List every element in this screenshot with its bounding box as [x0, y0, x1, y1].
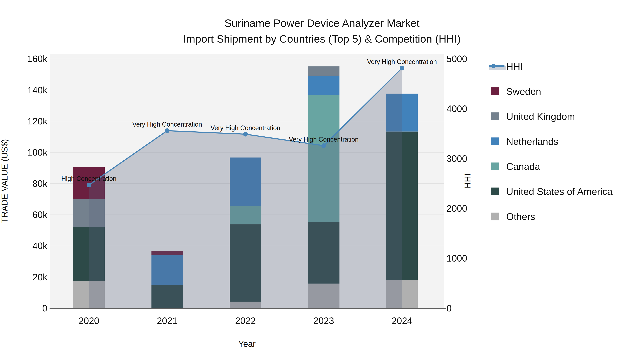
legend-hhi-marker-swatch — [492, 64, 496, 68]
legend-swatch-sweden — [491, 87, 499, 95]
legend-item-others: Others — [491, 211, 535, 222]
annotation-2024: Very High Concentration — [367, 58, 437, 65]
y-right-tick-2000: 2000 — [446, 203, 467, 214]
legend-label-sweden: Sweden — [506, 86, 541, 97]
legend-label-netherlands: Netherlands — [506, 136, 558, 147]
chart-page: High ConcentrationVery High Concentratio… — [0, 0, 644, 362]
y-left-tick-80k: 80k — [32, 178, 48, 189]
legend-item-netherlands: Netherlands — [491, 136, 558, 147]
hhi-marker-2022 — [243, 132, 248, 137]
annotation-2023: Very High Concentration — [289, 136, 358, 143]
y-left-tick-160k: 160k — [27, 54, 48, 64]
x-tick-2021: 2021 — [157, 316, 178, 326]
legend-label-canada: Canada — [506, 161, 540, 172]
legend-swatch-netherlands — [491, 137, 499, 145]
y-right-tick-1000: 1000 — [446, 253, 467, 264]
annotation-2022: Very High Concentration — [210, 124, 280, 132]
legend-label-hhi: HHI — [506, 61, 523, 72]
hhi-marker-2021 — [165, 128, 170, 133]
annotation-2021: Very High Concentration — [132, 121, 202, 128]
annotation-2020: High Concentration — [61, 175, 116, 182]
hhi-marker-2023 — [322, 143, 326, 148]
y-left-tick-0: 0 — [42, 303, 48, 313]
legend-item-canada: Canada — [491, 161, 540, 172]
y-left-tick-60k: 60k — [32, 210, 48, 220]
bar-segment-united-kingdom-2023 — [308, 66, 340, 76]
legend-item-sweden: Sweden — [491, 86, 541, 97]
hhi-marker-2020 — [86, 183, 91, 187]
legend-item-hhi: HHI — [489, 61, 523, 72]
legend-label-united-kingdom: United Kingdom — [506, 111, 575, 122]
hhi-marker-2024 — [400, 66, 404, 70]
x-tick-2022: 2022 — [235, 316, 256, 326]
legend-swatch-canada — [491, 162, 499, 170]
x-axis-label: Year — [238, 339, 256, 349]
chart-title-line2: Import Shipment by Countries (Top 5) & C… — [183, 33, 461, 45]
x-tick-2020: 2020 — [78, 316, 99, 326]
legend-item-united-kingdom: United Kingdom — [491, 111, 575, 122]
legend-item-united-states: United States of America — [491, 186, 613, 197]
x-tick-2023: 2023 — [314, 316, 334, 326]
legend-swatch-united-kingdom — [491, 112, 499, 120]
y-left-tick-140k: 140k — [27, 85, 48, 95]
legend-swatch-united-states — [491, 188, 499, 195]
chart-title-line1: Suriname Power Device Analyzer Market — [224, 17, 420, 29]
y-left-tick-40k: 40k — [32, 241, 48, 251]
y-right-tick-0: 0 — [446, 303, 452, 313]
legend: HHISwedenUnited KingdomNetherlandsCanada… — [489, 61, 613, 222]
y-left-tick-120k: 120k — [27, 116, 48, 126]
legend-label-others: Others — [506, 211, 535, 222]
x-tick-2024: 2024 — [392, 316, 412, 326]
y-right-axis-label: HHI — [463, 174, 472, 188]
y-left-axis-label: TRADE VALUE (US$) — [0, 139, 9, 223]
y-left-tick-100k: 100k — [27, 147, 48, 157]
legend-swatch-others — [491, 213, 499, 220]
y-right-tick-4000: 4000 — [446, 103, 467, 114]
y-right-tick-5000: 5000 — [446, 54, 467, 64]
y-right-tick-3000: 3000 — [446, 153, 467, 164]
y-left-tick-20k: 20k — [32, 272, 48, 282]
legend-label-united-states: United States of America — [506, 186, 613, 197]
bar-segment-netherlands-2023 — [308, 76, 340, 95]
chart-canvas: High ConcentrationVery High Concentratio… — [0, 0, 644, 362]
